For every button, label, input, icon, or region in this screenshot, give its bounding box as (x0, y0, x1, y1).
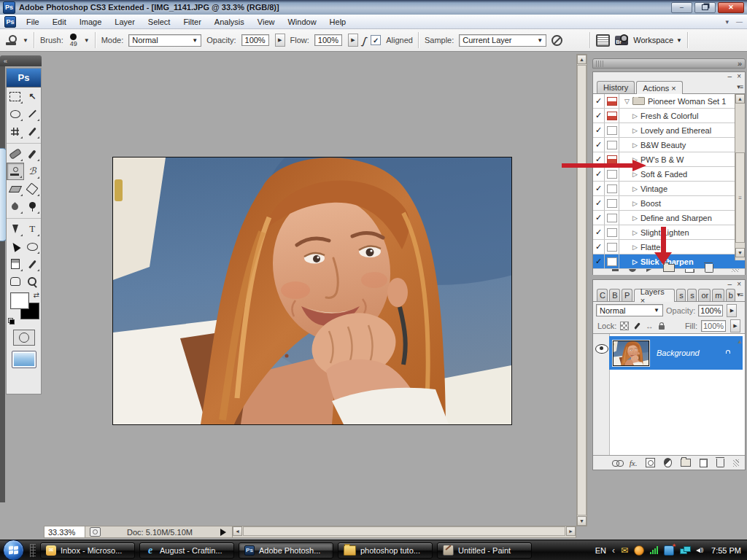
dialog-toggle[interactable] (605, 109, 619, 122)
toggle-item-checkbox[interactable]: ✓ (593, 123, 605, 137)
pen-tool[interactable] (7, 220, 24, 238)
menu-help[interactable]: Help (323, 16, 353, 28)
new-group-icon[interactable] (681, 459, 691, 467)
toggle-item-checkbox[interactable]: ✓ (593, 196, 605, 210)
new-set-icon[interactable] (663, 264, 675, 272)
tab-clipped-5[interactable]: s (687, 289, 697, 301)
trash-icon[interactable] (705, 264, 713, 273)
toolbox-collapse-button[interactable]: « (0, 55, 42, 66)
restore-button[interactable] (694, 2, 716, 13)
blend-mode-dropdown[interactable]: Normal▼ (596, 304, 663, 316)
shape-tool[interactable] (24, 238, 42, 255)
scroll-down-icon[interactable]: ▼ (577, 516, 587, 526)
action-row[interactable]: ✓ ▷Fresh & Colorful (593, 109, 745, 123)
expand-icon[interactable]: ▷ (632, 214, 638, 222)
path-selection-tool[interactable] (7, 238, 24, 255)
scroll-up-icon[interactable]: ▲ (735, 94, 745, 104)
opacity-input[interactable]: 100% (241, 34, 269, 46)
lock-transparency-icon[interactable] (620, 322, 629, 330)
bridge-icon[interactable]: Br (615, 36, 628, 45)
zoom-level-input[interactable]: 33.33% (44, 526, 85, 537)
tray-expand-chevron-icon[interactable]: ‹ (612, 545, 615, 556)
dialog-toggle[interactable] (605, 182, 619, 195)
expand-icon[interactable]: ▷ (632, 127, 638, 134)
palette-well-icon[interactable] (596, 34, 610, 47)
layer-mask-icon[interactable] (646, 458, 655, 467)
tab-clipped-1[interactable]: C (597, 289, 608, 301)
action-row[interactable]: ✓ ▷B&W Beauty (593, 138, 745, 152)
menu-edit[interactable]: Edit (46, 16, 73, 28)
tab-actions[interactable]: Actions × (636, 81, 683, 94)
eraser-tool[interactable] (7, 180, 24, 198)
adjustment-layer-icon[interactable] (664, 458, 672, 467)
document-canvas[interactable] (112, 157, 512, 425)
flow-input[interactable]: 100% (314, 34, 342, 46)
menu-select[interactable]: Select (142, 16, 177, 28)
doc-restore-icon[interactable]: ▾ (725, 18, 729, 26)
expand-icon[interactable]: ▷ (632, 141, 638, 149)
new-layer-icon[interactable] (700, 459, 708, 467)
tab-clipped-4[interactable]: s (676, 289, 686, 301)
airbrush-icon[interactable]: ʃ (361, 34, 367, 46)
action-row[interactable]: ✓ ▷Lovely and Ethereal (593, 123, 745, 138)
menu-filter[interactable]: Filter (177, 16, 207, 28)
dialog-toggle[interactable] (605, 138, 619, 152)
document-vertical-scrollbar[interactable]: ▲ ▼ (576, 54, 587, 526)
toggle-item-checkbox[interactable]: ✓ (593, 94, 605, 108)
layer-thumbnail[interactable] (613, 341, 649, 366)
brush-caret-icon[interactable]: ▼ (84, 37, 90, 44)
brush-tool[interactable] (24, 145, 42, 163)
scroll-right-icon[interactable]: ► (566, 526, 576, 536)
expand-icon[interactable]: ▷ (632, 258, 638, 265)
link-layers-icon[interactable] (612, 460, 621, 466)
blur-tool[interactable] (7, 198, 24, 215)
dialog-toggle[interactable] (605, 94, 619, 108)
actions-scrollbar[interactable]: ▲ ≡ ▼ (735, 94, 745, 260)
toggle-item-checkbox[interactable]: ✓ (593, 109, 605, 122)
tray-mail-icon[interactable]: ✉ (621, 545, 628, 556)
panel-minimize-icon[interactable]: – (728, 73, 732, 80)
mode-dropdown[interactable]: Normal▼ (128, 34, 201, 47)
document-horizontal-scrollbar[interactable]: ◄ ► (232, 526, 576, 537)
menu-layer[interactable]: Layer (108, 16, 142, 28)
collapse-icon[interactable]: ▽ (624, 98, 630, 105)
tray-network-icon[interactable] (680, 546, 690, 554)
tab-clipped-3[interactable]: P (622, 289, 632, 301)
move-tool[interactable]: ↖ (24, 88, 42, 105)
tray-messenger-icon[interactable] (634, 545, 644, 556)
tray-signal-icon[interactable] (650, 546, 658, 554)
layer-visibility-eye-icon[interactable] (595, 344, 608, 354)
close-button[interactable]: ✕ (718, 2, 744, 13)
crop-tool[interactable] (7, 122, 24, 140)
action-row[interactable]: ✓ ▷Vintage (593, 182, 745, 196)
sample-dropdown[interactable]: Current Layer▼ (459, 34, 546, 47)
action-row[interactable]: ✓ ▷Boost (593, 196, 745, 211)
type-tool[interactable]: T (24, 220, 42, 238)
paint-bucket-tool[interactable] (24, 180, 42, 198)
dialog-toggle[interactable] (605, 225, 619, 239)
horizontal-scroll-thumb[interactable] (243, 526, 565, 536)
toggle-item-checkbox[interactable]: ✓ (593, 211, 605, 225)
scroll-up-icon[interactable]: ▲ (737, 338, 743, 345)
toggle-item-checkbox[interactable]: ✓ (593, 254, 605, 268)
menu-view[interactable]: View (251, 16, 282, 28)
taskbar-button-outlook[interactable]: ✉ Inbox - Microso... (40, 542, 135, 559)
eyedropper-tool[interactable] (24, 255, 42, 273)
minimize-button[interactable]: – (671, 2, 692, 13)
quick-selection-tool[interactable] (24, 105, 42, 122)
fill-input[interactable]: 100% (701, 320, 726, 332)
tab-clipped-2[interactable]: B (609, 289, 620, 301)
toggle-item-checkbox[interactable]: ✓ (593, 182, 605, 195)
expand-icon[interactable]: ▷ (632, 112, 638, 120)
dialog-toggle[interactable] (605, 196, 619, 210)
language-indicator[interactable]: EN (595, 546, 606, 555)
dialog-toggle[interactable] (605, 240, 619, 254)
resize-grip-icon[interactable] (733, 459, 739, 467)
dialog-toggle[interactable] (605, 123, 619, 137)
ignore-adjustment-layers-icon[interactable] (551, 35, 562, 46)
history-brush-tool[interactable]: ℬ (24, 163, 42, 180)
opacity-slider-button[interactable]: ▶ (727, 304, 737, 317)
tab-history[interactable]: History (597, 81, 635, 93)
layer-style-fx-icon[interactable]: fx. (630, 459, 638, 467)
layers-opacity-input[interactable]: 100% (698, 305, 723, 316)
